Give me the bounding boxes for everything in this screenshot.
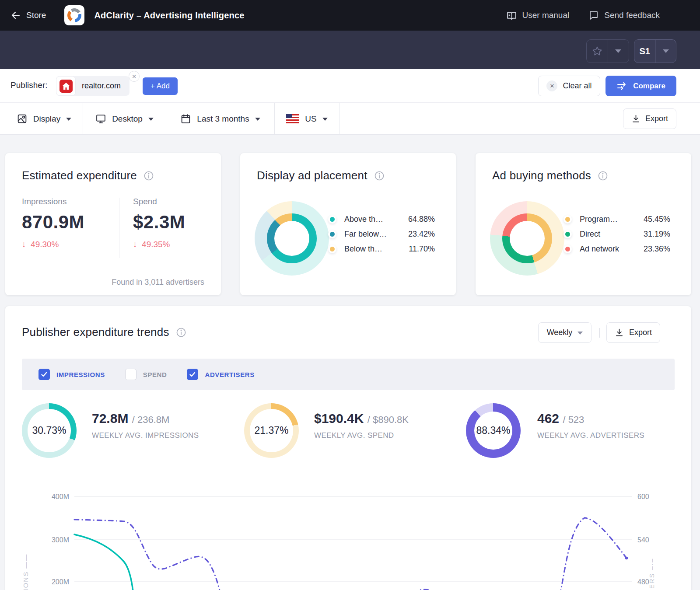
app-title: AdClarity – Advertising Intelligence (94, 10, 244, 21)
advertisers-checkbox[interactable]: ADVERTISERS (187, 369, 254, 380)
trends-export-button[interactable]: Export (606, 322, 660, 343)
checkbox-checked-icon (38, 369, 50, 380)
compare-label: Compare (633, 82, 665, 91)
placement-donut-chart[interactable] (255, 201, 329, 276)
impressions-change: ↓ 49.30% (22, 240, 84, 249)
chevron-down-icon (578, 332, 583, 335)
card-title: Ad buying methods (492, 169, 591, 182)
top-app-bar: Store AdClarity – Advertising Intelligen… (0, 0, 700, 31)
left-tick-400m: 400M (52, 493, 69, 500)
right-tick-480: 480 (637, 578, 649, 586)
info-icon[interactable] (176, 327, 186, 338)
legend-row[interactable]: Far below…23.42% (330, 227, 435, 241)
column-divider (119, 198, 119, 258)
publisher-label: Publisher: (10, 80, 48, 90)
calendar-icon (180, 113, 191, 124)
down-arrow-icon: ↓ (22, 240, 26, 249)
interval-dropdown[interactable]: Weekly (538, 322, 592, 343)
advertisers-line-endpoint (625, 557, 628, 559)
card-title: Display ad placement (257, 169, 368, 182)
report-selector-button[interactable]: S1 (634, 40, 655, 63)
legend-row[interactable]: Above th…64.88% (330, 212, 435, 227)
export-label: Export (645, 114, 668, 123)
spend-gauge-stat: $190.4K / $890.8K WEEKLY AVG. SPEND (314, 411, 409, 440)
adclarity-logo-icon (64, 5, 84, 25)
favorite-button-group (586, 39, 629, 63)
download-icon (615, 328, 624, 337)
spend-label: Spend (133, 197, 185, 206)
report-code: S1 (640, 46, 650, 56)
channel-filter[interactable]: Display (5, 103, 83, 135)
legend-row[interactable]: Program…45.45% (565, 212, 670, 227)
legend-dot (330, 217, 335, 222)
user-manual-label: User manual (522, 10, 570, 20)
legend-dot (565, 232, 570, 237)
info-icon[interactable] (374, 171, 385, 181)
impressions-label: Impressions (22, 197, 84, 206)
favorite-star-button[interactable] (587, 40, 608, 63)
publisher-expenditure-trends-card: Publisher expenditure trends Weekly Expo… (5, 306, 691, 590)
impressions-value: 870.9M (22, 212, 84, 233)
placement-legend: Above th…64.88% Far below…23.42% Below t… (330, 212, 435, 256)
ad-buying-methods-card: Ad buying methods Program…45.45% Direct3… (476, 153, 691, 295)
report-toolbar: S1 (0, 31, 700, 69)
publisher-chip[interactable]: realtor.com (56, 76, 130, 96)
report-dropdown-button[interactable] (655, 40, 676, 63)
info-icon[interactable] (144, 171, 154, 181)
impressions-checkbox[interactable]: IMPRESSIONS (38, 369, 105, 380)
gauge-percent: 88.34% (476, 425, 510, 436)
clear-x-icon: ✕ (546, 80, 557, 91)
chevron-down-icon (322, 118, 328, 121)
legend-row[interactable]: Direct31.19% (565, 227, 670, 241)
spend-value: $2.3M (133, 212, 185, 233)
country-filter[interactable]: US (275, 103, 340, 135)
add-publisher-button[interactable]: + Add (143, 77, 178, 95)
estimated-expenditure-card: Estimated expenditure Impressions 870.9M… (5, 153, 221, 295)
favorite-dropdown-button[interactable] (608, 40, 629, 63)
chevron-down-icon (148, 118, 154, 121)
clear-all-label: Clear all (563, 81, 592, 91)
info-icon[interactable] (598, 171, 608, 181)
impressions-metric: Impressions 870.9M ↓ 49.30% (22, 197, 84, 249)
device-filter-label: Desktop (112, 114, 143, 124)
country-filter-label: US (305, 114, 316, 124)
us-flag-icon (286, 114, 299, 123)
store-label: Store (26, 10, 46, 20)
advertisers-line-right (560, 518, 626, 590)
advertisers-line-left (74, 520, 222, 590)
user-manual-link[interactable]: User manual (506, 10, 570, 21)
display-image-icon (17, 113, 28, 124)
checkbox-unchecked-icon (125, 369, 136, 380)
right-axis-title: ADVERTISERS –·– (648, 558, 655, 590)
interval-label: Weekly (547, 328, 573, 337)
period-filter[interactable]: Last 3 months (166, 103, 275, 135)
legend-dot (565, 217, 570, 222)
send-feedback-link[interactable]: Send feedback (588, 10, 660, 21)
down-arrow-icon: ↓ (133, 240, 137, 249)
gauge-percent: 30.73% (32, 425, 66, 436)
device-filter[interactable]: Desktop (83, 103, 166, 135)
card-title: Estimated expenditure (22, 169, 137, 182)
legend-row[interactable]: Below th…11.70% (330, 241, 435, 256)
spend-metric: Spend $2.3M ↓ 49.35% (133, 197, 185, 249)
impressions-gauge: 30.73% (22, 403, 77, 458)
compare-button[interactable]: Compare (606, 76, 676, 96)
export-button[interactable]: Export (623, 108, 676, 129)
clear-all-button[interactable]: ✕ Clear all (538, 76, 600, 96)
advertisers-gauge-stat: 462 / 523 WEEKLY AVG. ADVERTISERS (537, 411, 644, 440)
buying-donut-chart[interactable] (490, 201, 564, 276)
star-icon (592, 45, 603, 57)
trends-line-chart[interactable]: 400M 300M 200M 600 540 480 IMPRESSIONS —… (18, 475, 691, 590)
gauge-percent: 21.37% (254, 425, 288, 436)
channel-filter-label: Display (33, 114, 60, 124)
legend-row[interactable]: Ad network23.36% (565, 241, 670, 256)
remove-publisher-icon[interactable]: ✕ (129, 71, 140, 82)
legend-dot (330, 232, 335, 237)
spend-checkbox[interactable]: SPEND (125, 369, 167, 380)
legend-dot (330, 247, 335, 251)
publisher-row: Publisher: realtor.com ✕ + Add ✕ Clear a… (0, 69, 700, 103)
back-to-store-button[interactable]: Store (10, 10, 46, 21)
chevron-down-icon (66, 118, 71, 121)
back-arrow-icon (10, 10, 21, 21)
spend-change: ↓ 49.35% (133, 240, 185, 249)
